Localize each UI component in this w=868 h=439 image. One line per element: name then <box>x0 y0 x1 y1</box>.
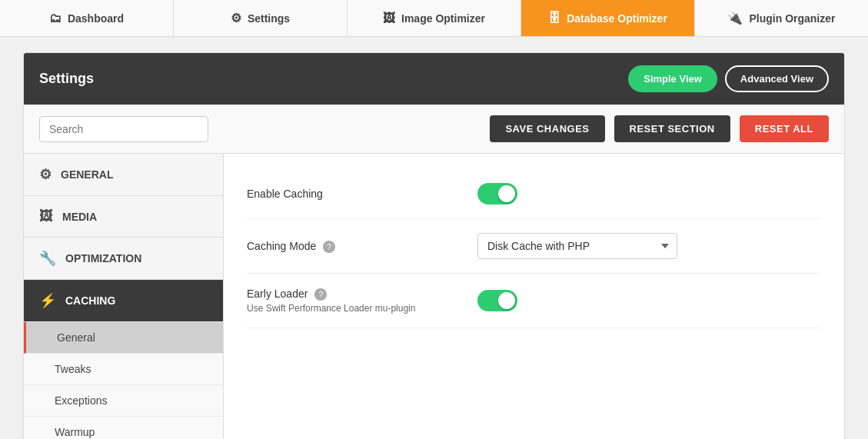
nav-database-optimizer-label: Database Optimizer <box>567 12 667 25</box>
sidebar-subitem-tweaks[interactable]: Tweaks <box>24 354 223 385</box>
top-navigation: 🗂 Dashboard ⚙ Settings 🖼 Image Optimizer… <box>0 0 868 37</box>
sidebar-item-media-label: MEDIA <box>62 211 97 223</box>
save-changes-button[interactable]: SAVE CHANGES <box>490 115 604 142</box>
toolbar: SAVE CHANGES RESET SECTION RESET ALL <box>24 105 844 154</box>
sidebar-item-optimization[interactable]: 🔧 OPTIMIZATION <box>24 238 223 280</box>
nav-image-optimizer-label: Image Optimizer <box>401 12 485 25</box>
sidebar-subitem-warmup[interactable]: Warmup <box>24 417 223 439</box>
enable-caching-toggle[interactable] <box>477 183 821 205</box>
caching-icon: ⚡ <box>39 292 56 309</box>
early-loader-label: Early Loader ? Use Swift Performance Loa… <box>247 288 477 314</box>
nav-dashboard-label: Dashboard <box>68 12 124 25</box>
settings-icon: ⚙ <box>231 11 241 25</box>
early-loader-help-icon[interactable]: ? <box>314 288 327 301</box>
main-layout: ⚙ GENERAL 🖼 MEDIA 🔧 OPTIMIZATION ⚡ CACHI… <box>24 154 844 439</box>
content-area: Enable Caching Caching Mode ? <box>224 154 844 439</box>
advanced-view-button[interactable]: Advanced View <box>725 65 829 92</box>
reset-all-button[interactable]: RESET ALL <box>740 115 829 142</box>
view-buttons: Simple View Advanced View <box>628 65 829 92</box>
sidebar: ⚙ GENERAL 🖼 MEDIA 🔧 OPTIMIZATION ⚡ CACHI… <box>24 154 224 439</box>
early-loader-control <box>477 290 821 311</box>
early-loader-sublabel: Use Swift Performance Loader mu-plugin <box>247 303 477 314</box>
database-optimizer-icon: 🗄 <box>548 12 560 25</box>
reset-section-button[interactable]: RESET SECTION <box>614 115 730 142</box>
page-content: Settings Simple View Advanced View SAVE … <box>0 37 868 439</box>
dashboard-icon: 🗂 <box>49 12 62 25</box>
nav-plugin-organizer[interactable]: 🔌 Plugin Organizer <box>695 0 868 36</box>
enable-caching-label: Enable Caching <box>247 188 477 200</box>
setting-row-caching-mode: Caching Mode ? Disk Cache with PHP Disk … <box>247 219 821 274</box>
plugin-organizer-icon: 🔌 <box>727 11 743 25</box>
sidebar-item-optimization-label: OPTIMIZATION <box>65 252 141 264</box>
sidebar-item-caching-label: CACHING <box>65 294 115 307</box>
settings-header: Settings Simple View Advanced View <box>24 53 844 105</box>
sidebar-item-media[interactable]: 🖼 MEDIA <box>24 196 223 238</box>
caching-mode-select[interactable]: Disk Cache with PHP Disk Cache Memory Ca… <box>477 233 677 259</box>
toggle-thumb-enable-caching <box>498 185 515 202</box>
sidebar-subitem-tweaks-label: Tweaks <box>55 363 91 375</box>
caching-mode-control: Disk Cache with PHP Disk Cache Memory Ca… <box>477 233 821 259</box>
sidebar-subitem-exceptions[interactable]: Exceptions <box>24 385 223 417</box>
nav-database-optimizer[interactable]: 🗄 Database Optimizer <box>521 0 695 36</box>
setting-row-enable-caching: Enable Caching <box>247 169 821 219</box>
sidebar-item-general-label: GENERAL <box>61 168 113 181</box>
settings-title: Settings <box>39 71 94 87</box>
toggle-track-enable-caching <box>477 183 517 205</box>
sidebar-item-caching[interactable]: ⚡ CACHING <box>24 280 223 322</box>
caching-mode-label: Caching Mode ? <box>247 240 477 253</box>
enable-caching-control <box>477 183 821 205</box>
toggle-thumb-early-loader <box>498 292 515 309</box>
early-loader-toggle[interactable] <box>477 290 821 311</box>
nav-settings-label: Settings <box>248 12 290 25</box>
nav-image-optimizer[interactable]: 🖼 Image Optimizer <box>348 0 521 36</box>
sidebar-item-general[interactable]: ⚙ GENERAL <box>24 154 223 196</box>
caching-mode-help-icon[interactable]: ? <box>323 241 335 253</box>
sidebar-subitem-warmup-label: Warmup <box>55 426 95 438</box>
image-optimizer-icon: 🖼 <box>383 12 395 25</box>
nav-dashboard[interactable]: 🗂 Dashboard <box>0 0 174 36</box>
simple-view-button[interactable]: Simple View <box>628 65 717 92</box>
sidebar-subitem-exceptions-label: Exceptions <box>55 394 107 407</box>
settings-panel: Settings Simple View Advanced View SAVE … <box>23 52 845 439</box>
nav-plugin-organizer-label: Plugin Organizer <box>749 12 835 25</box>
nav-settings[interactable]: ⚙ Settings <box>174 0 348 36</box>
optimization-icon: 🔧 <box>39 250 56 267</box>
sidebar-subitem-general[interactable]: General <box>24 322 223 354</box>
sidebar-subitem-general-label: General <box>57 331 95 344</box>
setting-row-early-loader: Early Loader ? Use Swift Performance Loa… <box>247 274 821 328</box>
toggle-track-early-loader <box>477 290 517 311</box>
general-icon: ⚙ <box>39 166 52 183</box>
search-input[interactable] <box>39 116 208 142</box>
media-icon: 🖼 <box>39 208 53 224</box>
